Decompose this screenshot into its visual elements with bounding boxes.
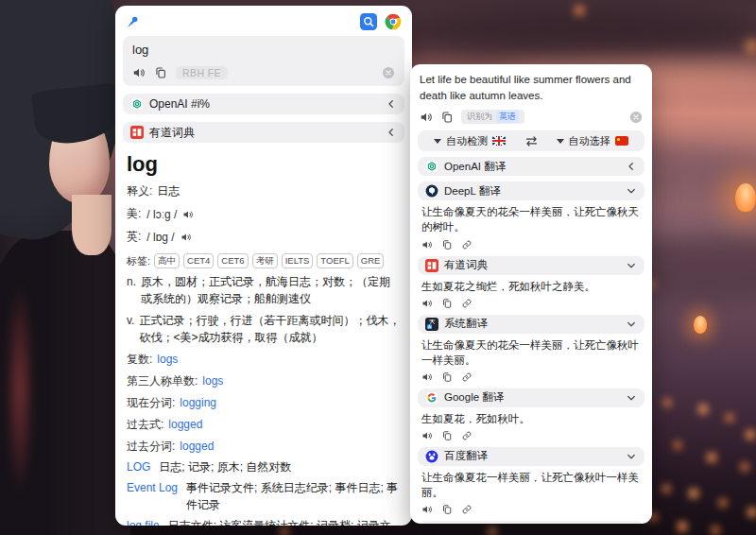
chevron-down-icon[interactable] (626, 260, 637, 271)
translation-text: 让生命像夏天的花朵一样美丽，让死亡像秋叶一样美丽。 (421, 337, 641, 368)
speaker-icon[interactable] (421, 430, 433, 441)
section-header-youdao[interactable]: 有道词典 (123, 122, 404, 143)
chevron-left-icon[interactable] (626, 161, 637, 172)
word-form-link[interactable]: logs (157, 353, 178, 366)
speaker-icon[interactable] (421, 298, 433, 309)
word-form-link[interactable]: logged (168, 418, 202, 431)
speaker-icon[interactable] (421, 371, 433, 383)
uk-flag-icon (492, 136, 506, 146)
word-form-label: 第三人称单数: (127, 374, 198, 388)
launcher-app-icon[interactable] (360, 13, 377, 30)
source-language-label: 自动检测 (446, 134, 488, 148)
baidu-logo-icon (425, 450, 438, 463)
input-actions: 识别为 英语 (420, 110, 643, 124)
chevron-down-icon[interactable] (626, 451, 637, 462)
definition-text: 原木，圆材；正式记录，航海日志；对数；（定期或系统的）观察记录；船舶测速仪 (141, 273, 401, 307)
copy-icon[interactable] (441, 239, 453, 250)
service-name: 系统翻译 (444, 317, 488, 331)
service-header[interactable]: 有道词典 (418, 256, 644, 275)
copy-icon[interactable] (441, 504, 453, 515)
service-volcano: 火山翻译 让生如夏花般美丽，死如秋叶般美丽。 (418, 521, 644, 524)
word-form-link[interactable]: logging (180, 396, 216, 409)
copy-icon[interactable] (154, 66, 167, 79)
clear-input-button[interactable] (629, 111, 643, 124)
word-form-row: 现在分词:logging (127, 395, 401, 411)
cloud-shape (406, 6, 756, 55)
gloss-row: 释义:日志 (127, 183, 401, 199)
service-header[interactable]: 百度翻译 (418, 447, 644, 466)
chevron-down-icon[interactable] (626, 392, 637, 404)
link-icon[interactable] (461, 430, 472, 441)
link-icon[interactable] (461, 239, 472, 250)
clear-input-button[interactable] (382, 66, 395, 79)
figure-neck (72, 195, 112, 255)
source-text-input[interactable]: Let life be beautiful like summer flower… (418, 72, 644, 103)
service-openai: OpenAI 翻译 (418, 157, 644, 176)
speaker-icon[interactable] (132, 66, 146, 79)
pronunciation-us: 美: / lɔːg / (127, 206, 401, 222)
service-baidu: 百度翻译 让生命像夏花一样美丽，让死亡像秋叶一样美丽。 (418, 447, 644, 515)
exam-tag: IELTS (282, 253, 314, 268)
swap-languages-button[interactable] (524, 134, 539, 148)
service-header[interactable]: 系统翻译 (418, 315, 644, 334)
copy-icon[interactable] (440, 111, 454, 124)
phrase-term-link[interactable]: LOG (127, 459, 150, 475)
chevron-left-icon[interactable] (386, 127, 397, 138)
dropdown-arrow-icon (434, 139, 441, 144)
phrase-row: LOG 日志; 记录; 原木; 自然对数 (127, 459, 401, 475)
speaker-icon[interactable] (182, 209, 194, 220)
translation-actions (421, 298, 641, 309)
service-header[interactable]: OpenAI 翻译 (418, 157, 644, 176)
copy-icon[interactable] (441, 430, 453, 441)
copy-icon[interactable] (441, 298, 453, 309)
phrase-term-link[interactable]: Event Log (127, 480, 178, 513)
phrase-definition: 日志; 记录; 原木; 自然对数 (159, 459, 291, 475)
chevron-down-icon[interactable] (626, 185, 637, 197)
chevron-down-icon[interactable] (626, 319, 637, 330)
phrase-definition: 事件记录文件; 系统日志纪录; 事件日志; 事件记录 (186, 480, 401, 513)
system-logo-icon (425, 318, 438, 331)
word-form-link[interactable]: logs (202, 374, 223, 388)
exam-tag: GRE (357, 253, 385, 268)
search-box[interactable]: log RBH FE (123, 36, 404, 86)
word-form-link[interactable]: logged (180, 440, 214, 453)
service-header[interactable]: DeepL 翻译 (418, 181, 644, 200)
link-icon[interactable] (461, 504, 472, 515)
speaker-icon[interactable] (420, 111, 433, 124)
definition-row: v. 正式记录；行驶，行进（若干距离或时间）；伐木，砍伐；<美>成功获得，取得（… (127, 312, 401, 346)
part-of-speech: v. (127, 312, 134, 346)
speaker-icon[interactable] (180, 232, 192, 243)
chevron-left-icon[interactable] (386, 98, 397, 110)
service-name: Google 翻译 (444, 390, 504, 405)
target-language-select[interactable]: 自动选择 (541, 134, 645, 148)
youdao-logo-icon (425, 259, 438, 272)
deepl-logo-icon (425, 184, 438, 198)
word-form-row: 第三人称单数:logs (127, 373, 401, 389)
link-icon[interactable] (461, 298, 472, 309)
speaker-icon[interactable] (421, 504, 433, 515)
detected-language-badge: 识别为 英语 (461, 110, 524, 124)
phrase-term-link[interactable]: log file (127, 518, 160, 526)
speaker-icon[interactable] (421, 239, 433, 250)
service-header[interactable]: 火山翻译 (418, 521, 644, 524)
translation-body: 让生命像夏天的花朵一样美丽，让死亡像秋叶一样美丽。 (418, 334, 644, 383)
link-icon[interactable] (461, 371, 472, 383)
source-language-select[interactable]: 自动检测 (418, 134, 523, 148)
gloss-label: 释义: (127, 184, 152, 198)
headword: log (127, 152, 401, 177)
service-name: DeepL 翻译 (444, 184, 501, 198)
definition-text: 正式记录；行驶，行进（若干距离或时间）；伐木，砍伐；<美>成功获得，取得（成就） (139, 312, 401, 346)
section-header-openai[interactable]: OpenAI #i% (123, 94, 404, 114)
word-form-row: 复数:logs (127, 352, 401, 368)
exam-tag: 高中 (154, 253, 180, 268)
section-name: OpenAI #i% (149, 97, 210, 111)
translation-actions (421, 504, 641, 515)
service-name: 百度翻译 (444, 449, 488, 463)
definition-row: n. 原木，圆材；正式记录，航海日志；对数；（定期或系统的）观察记录；船舶测速仪 (127, 273, 401, 307)
pin-icon[interactable] (126, 15, 140, 29)
search-input[interactable]: log (132, 43, 395, 58)
service-header[interactable]: Google 翻译 (418, 388, 644, 407)
copy-icon[interactable] (441, 371, 453, 383)
phrases: LOG 日志; 记录; 原木; 自然对数 Event Log 事件记录文件; 系… (127, 459, 401, 526)
chrome-icon[interactable] (385, 13, 402, 30)
